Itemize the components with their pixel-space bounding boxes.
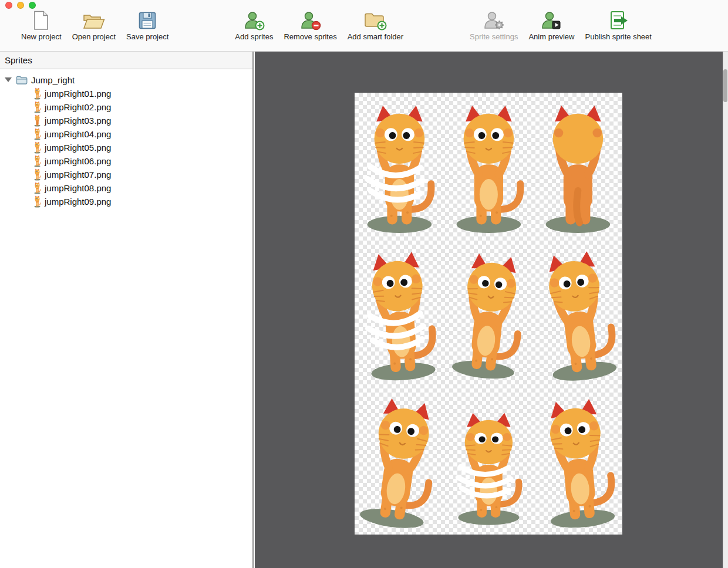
- sprite-file-label: jumpRight05.png: [45, 143, 111, 153]
- open-project-button[interactable]: Open project: [72, 9, 116, 41]
- sprite-sheet-preview: [355, 93, 622, 535]
- sprite-file-label: jumpRight03.png: [45, 116, 111, 126]
- sprite-frame: [444, 240, 533, 387]
- window-controls: [5, 2, 36, 9]
- sprite-frame: [533, 240, 622, 387]
- sprite-file-row[interactable]: jumpRight04.png: [0, 127, 252, 141]
- add-smart-folder-label: Add smart folder: [348, 32, 403, 41]
- anim-preview-button[interactable]: Anim preview: [528, 9, 574, 41]
- sprite-file-row[interactable]: jumpRight09.png: [0, 195, 252, 208]
- blank-page-icon: [32, 9, 50, 32]
- folder-plus-icon: [363, 9, 387, 32]
- sprite-frame: [355, 93, 444, 240]
- sprite-frame: [355, 240, 444, 387]
- person-plus-icon: [244, 9, 265, 32]
- sprite-thumbnail-icon: [33, 87, 41, 100]
- open-project-label: Open project: [72, 32, 116, 41]
- person-play-icon: [541, 9, 562, 32]
- sprite-file-label: jumpRight01.png: [45, 89, 111, 99]
- sprite-file-row[interactable]: jumpRight07.png: [0, 168, 252, 181]
- tree-folder-row[interactable]: Jump_right: [0, 73, 252, 87]
- scrollbar-thumb[interactable]: [723, 69, 727, 102]
- sprite-settings-label: Sprite settings: [470, 32, 518, 41]
- minimize-window-button[interactable]: [17, 2, 24, 9]
- add-sprites-button[interactable]: Add sprites: [235, 9, 273, 41]
- sprites-panel: Sprites Jump_right jumpRight01.png jumpR…: [0, 52, 254, 568]
- toolbar: New project Open project Save project: [0, 0, 728, 52]
- floppy-disk-icon: [139, 9, 156, 32]
- sprite-file-row[interactable]: jumpRight01.png: [0, 87, 252, 100]
- sprite-file-label: jumpRight04.png: [45, 129, 111, 139]
- sprite-thumbnail-icon: [33, 114, 41, 127]
- new-project-button[interactable]: New project: [21, 9, 62, 41]
- remove-sprites-button[interactable]: Remove sprites: [284, 9, 336, 41]
- sprite-thumbnail-icon: [33, 155, 41, 167]
- folder-icon: [16, 76, 28, 84]
- canvas: [255, 52, 728, 568]
- new-project-label: New project: [21, 32, 62, 41]
- sprite-thumbnail-icon: [33, 168, 41, 181]
- sprite-file-label: jumpRight06.png: [45, 156, 111, 166]
- sprite-frame: [444, 93, 533, 240]
- sprite-thumbnail-icon: [33, 101, 41, 113]
- sprite-file-label: jumpRight07.png: [45, 170, 111, 180]
- sprite-file-row[interactable]: jumpRight08.png: [0, 181, 252, 195]
- sprite-thumbnail-icon: [33, 128, 41, 140]
- sprite-frame: [533, 93, 622, 240]
- add-smart-folder-button[interactable]: Add smart folder: [348, 9, 403, 41]
- sheet-arrow-icon: [608, 9, 628, 32]
- scrollbar-track[interactable]: [723, 52, 728, 568]
- close-window-button[interactable]: [5, 2, 12, 9]
- sprite-frame: [533, 387, 622, 535]
- zoom-window-button[interactable]: [29, 2, 36, 9]
- sprite-thumbnail-icon: [33, 195, 41, 208]
- open-folder-icon: [83, 9, 105, 32]
- sprite-file-row[interactable]: jumpRight02.png: [0, 100, 252, 114]
- save-project-button[interactable]: Save project: [126, 9, 168, 41]
- sprites-panel-title: Sprites: [0, 52, 252, 69]
- sprite-tree: Jump_right jumpRight01.png jumpRight02.p…: [0, 69, 252, 208]
- save-project-label: Save project: [126, 32, 168, 41]
- sprite-file-row[interactable]: jumpRight05.png: [0, 141, 252, 154]
- publish-sprite-sheet-button[interactable]: Publish sprite sheet: [585, 9, 651, 41]
- remove-sprites-label: Remove sprites: [284, 32, 336, 41]
- tree-folder-label: Jump_right: [31, 75, 75, 85]
- sprite-thumbnail-icon: [33, 182, 41, 194]
- sprite-file-label: jumpRight08.png: [45, 183, 111, 193]
- disclosure-triangle-icon[interactable]: [5, 77, 12, 82]
- anim-preview-label: Anim preview: [528, 32, 574, 41]
- sprite-settings-button[interactable]: Sprite settings: [470, 9, 518, 41]
- sprite-file-row[interactable]: jumpRight03.png: [0, 114, 252, 127]
- person-gear-icon: [483, 9, 504, 32]
- person-minus-icon: [300, 9, 321, 32]
- sprite-frame: [444, 387, 533, 535]
- sprite-file-row[interactable]: jumpRight06.png: [0, 154, 252, 168]
- add-sprites-label: Add sprites: [235, 32, 273, 41]
- sprite-file-label: jumpRight02.png: [45, 102, 111, 112]
- publish-sprite-sheet-label: Publish sprite sheet: [585, 32, 651, 41]
- sprite-file-label: jumpRight09.png: [45, 197, 111, 207]
- sprite-thumbnail-icon: [33, 141, 41, 154]
- sprite-frame: [355, 387, 444, 535]
